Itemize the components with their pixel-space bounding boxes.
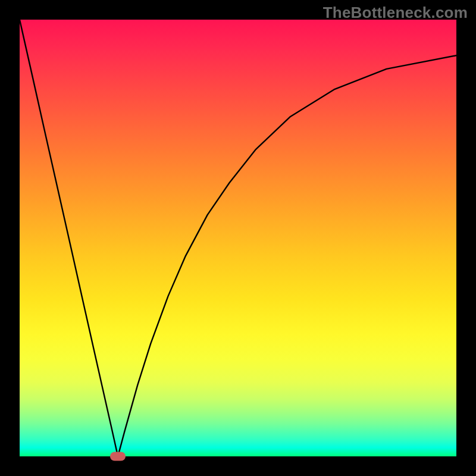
chart-plot-area [20,20,456,456]
chart-canvas: TheBottleneck.com [0,0,476,476]
watermark-text: TheBottleneck.com [323,4,468,22]
bottleneck-curve [20,20,456,456]
optimal-point-marker [110,452,126,461]
